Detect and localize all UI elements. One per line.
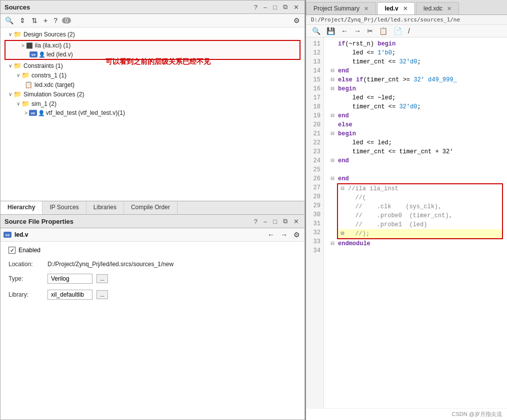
tree-ila[interactable]: > ⬛ ila (ila.xci) (1) bbox=[6, 41, 300, 50]
type-input[interactable] bbox=[48, 274, 92, 284]
code-content[interactable]: if(~rst_n) begin led <= 1'b0; timer_cnt … bbox=[324, 37, 507, 408]
library-input[interactable] bbox=[48, 290, 92, 300]
sfp-restore-icon[interactable]: □ bbox=[272, 217, 278, 226]
badge: 0 bbox=[62, 17, 71, 23]
highlighted-items-box: > ⬛ ila (ila.xci) (1) ve 👤 led (led.v) bbox=[4, 40, 300, 60]
close-icon[interactable]: ✕ bbox=[403, 5, 408, 11]
arrow-icon: ∨ bbox=[8, 31, 12, 37]
enabled-checkbox[interactable]: ✓ bbox=[8, 247, 16, 254]
tree-constrs-1[interactable]: ∨ 📁 constrs_1 (1) bbox=[0, 70, 304, 80]
sources-close-icon[interactable]: ✕ bbox=[292, 3, 300, 11]
code-line: if(~rst_n) begin bbox=[328, 39, 503, 48]
code-line: timer_cnt <= timer_cnt + 32' bbox=[328, 147, 503, 156]
arrow-icon: ∨ bbox=[16, 101, 20, 106]
tab-compile-order[interactable]: Compile Order bbox=[124, 201, 178, 214]
code-line: ⊠ //); bbox=[338, 229, 502, 238]
back-button[interactable]: ← bbox=[266, 230, 276, 239]
tree-label: led.xdc (target) bbox=[34, 81, 74, 88]
type-browse-button[interactable]: ... bbox=[96, 274, 108, 283]
code-line: timer_cnt <= 32'd0; bbox=[328, 102, 503, 111]
sources-panel: Sources ? – □ ⧉ ✕ 🔍 ⇕ ⇅ + ? 0 ⚙ ∨ 📁 Desi… bbox=[0, 0, 305, 215]
gear-button[interactable]: ⚙ bbox=[292, 16, 302, 25]
code-line bbox=[328, 165, 503, 174]
editor-paste-button[interactable]: 📄 bbox=[392, 26, 404, 35]
tree-led[interactable]: ve 👤 led (led.v) bbox=[6, 50, 300, 59]
tree-constraints[interactable]: ∨ 📁 Constraints (1) bbox=[0, 61, 304, 70]
code-line: ⊟ end bbox=[328, 156, 503, 165]
sfp-minimize-icon[interactable]: – bbox=[262, 217, 268, 226]
code-line: ⊟ end bbox=[328, 111, 503, 120]
arrow-icon: > bbox=[24, 110, 28, 116]
tab-hierarchy[interactable]: Hierarchy bbox=[0, 201, 42, 214]
editor-save-button[interactable]: 💾 bbox=[324, 26, 337, 35]
editor-copy-button[interactable]: 📋 bbox=[377, 26, 390, 35]
expand-button[interactable]: ⇕ bbox=[18, 16, 27, 25]
editor-back-button[interactable]: ← bbox=[339, 26, 350, 35]
person-icon: 👤 bbox=[38, 110, 45, 116]
sfp-panel: Source File Properties ? – □ ⧉ ✕ ve led.… bbox=[0, 215, 305, 420]
code-line bbox=[328, 248, 503, 257]
editor-more-button[interactable]: / bbox=[406, 26, 412, 35]
line-marker: ⊠ bbox=[338, 229, 347, 238]
editor-forward-button[interactable]: → bbox=[352, 26, 363, 35]
close-icon[interactable]: ✕ bbox=[447, 5, 452, 11]
editor-cut-button[interactable]: ✂ bbox=[365, 26, 375, 35]
tab-led-v[interactable]: led.v ✕ bbox=[377, 2, 415, 14]
type-label: Type: bbox=[8, 275, 44, 282]
sort-button[interactable]: ⇅ bbox=[30, 16, 39, 25]
line-marker: ⊟ bbox=[328, 129, 337, 138]
forward-button[interactable]: → bbox=[279, 230, 289, 239]
line-marker: ⊟ bbox=[328, 66, 337, 75]
code-line: // .probe1 (led) bbox=[338, 220, 502, 229]
tree-area: ∨ 📁 Design Sources (2) > ⬛ ila (ila.xci)… bbox=[0, 27, 304, 201]
sfp-newwindow-icon[interactable]: ⧉ bbox=[282, 217, 289, 226]
folder-icon: 📁 bbox=[14, 30, 22, 38]
sfp-titlebar-icons: ? – □ ⧉ ✕ bbox=[252, 217, 300, 226]
code-line: // .probe0 (timer_cnt), bbox=[338, 211, 502, 220]
location-row: Location: D:/Project/Zynq_Prj/led/led.sr… bbox=[8, 261, 296, 268]
sfp-gear-button[interactable]: ⚙ bbox=[292, 230, 302, 239]
tab-led-xdc[interactable]: led.xdc ✕ bbox=[416, 2, 459, 14]
close-icon[interactable]: ✕ bbox=[364, 5, 368, 11]
tab-project-summary[interactable]: Project Summary ✕ bbox=[306, 2, 376, 14]
tree-label: sim_1 (2) bbox=[32, 100, 56, 107]
code-line: ⊟ end bbox=[328, 66, 503, 75]
arrow-icon: > bbox=[22, 43, 24, 48]
ve-icon: ve bbox=[30, 51, 38, 57]
add-button[interactable]: + bbox=[42, 16, 49, 25]
type-row: Type: ... bbox=[8, 274, 296, 284]
code-line: timer_cnt <= 32'd0; bbox=[328, 57, 503, 66]
sources-restore-icon[interactable]: □ bbox=[272, 3, 278, 11]
tree-sim-1[interactable]: ∨ 📁 sim_1 (2) bbox=[0, 99, 304, 108]
red-box-code-block: ⊟ //ila ila_inst //( // .clk (sys_clk), … bbox=[337, 183, 503, 239]
sfp-filename: ve led.v bbox=[4, 231, 28, 238]
line-marker: ⊟ bbox=[328, 75, 337, 84]
unknown-button[interactable]: ? bbox=[52, 16, 59, 25]
tree-sim-sources[interactable]: ∨ 📁 Simulation Sources (2) bbox=[0, 89, 304, 99]
sources-minimize-icon[interactable]: – bbox=[262, 3, 268, 11]
arrow-icon: ∨ bbox=[8, 91, 12, 97]
sources-titlebar-icons: ? – □ ⧉ ✕ bbox=[252, 2, 300, 11]
arrow-icon: ∨ bbox=[8, 63, 12, 68]
location-value: D:/Project/Zynq_Prj/led/led.srcs/sources… bbox=[48, 261, 296, 268]
tree-label: vtf_led_test (vtf_led_test.v)(1) bbox=[46, 109, 125, 116]
line-marker: ⊟ bbox=[328, 156, 337, 165]
sources-newwindow-icon[interactable]: ⧉ bbox=[282, 2, 289, 11]
sfp-title: Source File Properties bbox=[4, 218, 74, 225]
tree-design-sources[interactable]: ∨ 📁 Design Sources (2) bbox=[0, 29, 304, 39]
tab-ip-sources[interactable]: IP Sources bbox=[42, 201, 86, 214]
editor-search-button[interactable]: 🔍 bbox=[310, 26, 322, 35]
tree-led-xdc[interactable]: 📋 led.xdc (target) bbox=[0, 80, 304, 89]
search-button[interactable]: 🔍 bbox=[4, 16, 15, 25]
tab-libraries[interactable]: Libraries bbox=[86, 201, 124, 214]
code-line: led <= led; bbox=[328, 138, 503, 147]
enabled-label: Enabled bbox=[18, 247, 40, 254]
line-marker: ⊟ bbox=[328, 111, 337, 120]
tree-vtf-led-test[interactable]: > ve 👤 vtf_led_test (vtf_led_test.v)(1) bbox=[0, 108, 304, 117]
sfp-close-icon[interactable]: ✕ bbox=[292, 217, 300, 226]
tree-label: Design Sources (2) bbox=[24, 31, 75, 38]
sources-help-icon[interactable]: ? bbox=[252, 3, 259, 11]
sources-tabs: Hierarchy IP Sources Libraries Compile O… bbox=[0, 201, 304, 214]
library-browse-button[interactable]: ... bbox=[96, 290, 108, 299]
sfp-help-icon[interactable]: ? bbox=[252, 217, 259, 226]
